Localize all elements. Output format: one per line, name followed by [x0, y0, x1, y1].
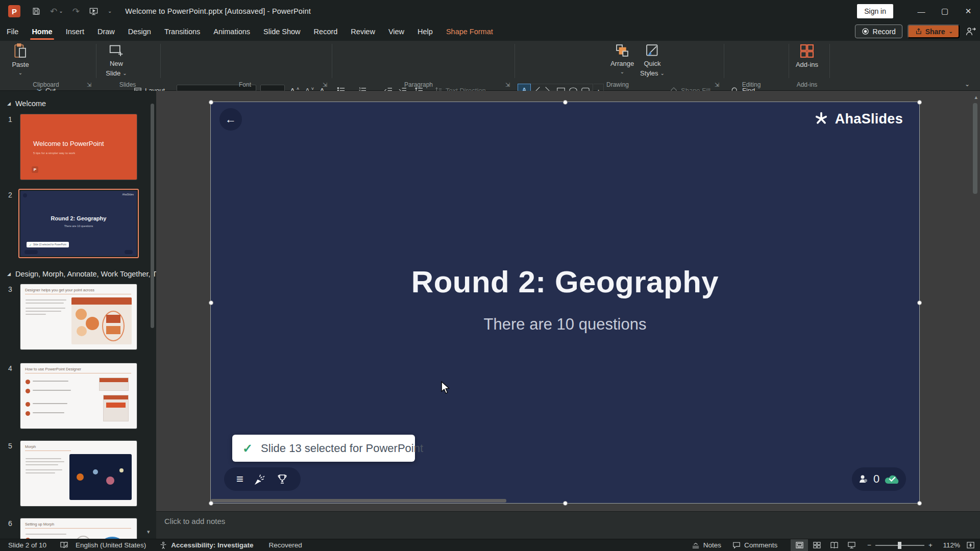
back-arrow-icon: ←	[225, 113, 236, 126]
resize-handle-s[interactable]	[563, 501, 568, 506]
section-header-design[interactable]: ◢ Design, Morph, Annotate, Work Together…	[7, 270, 156, 278]
paragraph-dialog-launcher[interactable]: ⇲	[505, 82, 510, 88]
reading-view-button[interactable]	[825, 539, 843, 551]
close-button[interactable]: ✕	[957, 0, 980, 22]
maximize-button[interactable]: ▢	[933, 0, 957, 22]
vertical-scrollbar[interactable]: ▴	[973, 91, 979, 511]
back-button[interactable]: ←	[219, 108, 242, 131]
slide-1-thumbnail[interactable]: Welcome to PowerPoint 5 tips for a simpl…	[20, 114, 137, 180]
slide-controls-pill: ≡	[224, 467, 301, 491]
section-collapse-icon: ◢	[7, 101, 11, 106]
fit-slide-button[interactable]	[966, 541, 975, 549]
slide-3-thumbnail[interactable]: Designer helps you get your point across	[20, 284, 137, 349]
resize-handle-e[interactable]	[917, 300, 922, 305]
normal-view-button[interactable]	[791, 539, 808, 551]
record-button[interactable]: Record	[855, 24, 902, 38]
new-slide-button[interactable]: New Slide⌄	[102, 43, 131, 78]
zoom-level[interactable]: 112%	[939, 541, 960, 549]
panel-scrollbar-thumb[interactable]	[151, 104, 154, 328]
scroll-up-icon[interactable]: ▴	[974, 94, 977, 101]
tab-view[interactable]: View	[382, 23, 411, 40]
clipboard-dialog-launcher[interactable]: ⇲	[87, 82, 91, 88]
spellcheck-button[interactable]	[60, 541, 68, 549]
trophy-icon[interactable]	[276, 473, 288, 485]
tab-design[interactable]: Design	[121, 23, 158, 40]
zoom-slider[interactable]	[875, 545, 924, 546]
slide-4-thumbnail[interactable]: How to use PowerPoint Designer	[20, 363, 137, 429]
new-slide-chevron-icon: ⌄	[122, 71, 127, 76]
zoom-slider-thumb[interactable]	[898, 542, 901, 549]
presenter-coach-icon[interactable]	[965, 27, 976, 37]
redo-icon[interactable]: ↷	[72, 7, 80, 16]
drawing-dialog-launcher[interactable]: ⇲	[715, 82, 719, 88]
minimize-button[interactable]: —	[910, 0, 933, 22]
vertical-scrollbar-thumb[interactable]	[973, 103, 977, 194]
notes-pane[interactable]: Click to add notes	[156, 511, 980, 539]
tab-transitions[interactable]: Transitions	[158, 23, 207, 40]
resize-handle-n[interactable]	[563, 100, 568, 105]
slide-sorter-view-button[interactable]	[808, 539, 825, 551]
tab-help[interactable]: Help	[411, 23, 439, 40]
menu-icon[interactable]: ≡	[236, 474, 243, 484]
tab-draw[interactable]: Draw	[91, 23, 121, 40]
sign-in-button[interactable]: Sign in	[857, 4, 893, 18]
share-button[interactable]: Share ⌄	[908, 24, 960, 38]
slide-2-thumbnail[interactable]: AhaSlides Round 2: Geography There are 1…	[20, 191, 137, 256]
quick-styles-button[interactable]: Quick Styles⌄	[638, 43, 667, 78]
addins-button[interactable]: Add-ins	[792, 43, 822, 69]
slide-canvas[interactable]: ← AhaSlides Round 2: Geography There are…	[211, 102, 919, 503]
powerpoint-logo-icon[interactable]: P	[8, 5, 20, 17]
slide-2-toast-check-icon: ✓	[29, 243, 32, 246]
undo-icon[interactable]: ↶	[50, 7, 57, 16]
slide-5-image	[69, 454, 132, 500]
notes-toggle[interactable]: Notes	[692, 541, 721, 549]
tab-record[interactable]: Record	[307, 23, 345, 40]
customize-qat-icon[interactable]: ⌄	[108, 9, 112, 14]
slide-subtitle[interactable]: There are 10 questions	[211, 315, 919, 334]
confetti-icon[interactable]	[254, 473, 266, 485]
horizontal-scrollbar[interactable]	[211, 499, 506, 503]
save-icon[interactable]	[32, 7, 41, 16]
arrange-button[interactable]: Arrange ⌄	[608, 43, 636, 74]
notes-placeholder[interactable]: Click to add notes	[164, 517, 980, 525]
tab-slide-show[interactable]: Slide Show	[257, 23, 307, 40]
comments-toggle[interactable]: Comments	[732, 541, 777, 549]
undo-chevron-icon[interactable]: ⌄	[59, 9, 63, 14]
tab-home[interactable]: Home	[25, 23, 59, 40]
slide-1-number: 1	[8, 115, 12, 123]
ahaslides-brand-text: AhaSlides	[835, 111, 903, 127]
language-button[interactable]: English (United States)	[76, 541, 146, 549]
tab-file[interactable]: File	[0, 23, 25, 40]
zoom-out-button[interactable]: −	[867, 541, 871, 549]
slide-3-title: Designer helps you get your point across	[25, 288, 131, 294]
font-dialog-launcher[interactable]: ⇲	[323, 82, 327, 88]
tab-shape-format[interactable]: Shape Format	[439, 23, 500, 40]
document-title: Welcome to PowerPoint.pptx [Autosaved] -…	[125, 7, 311, 15]
resize-handle-nw[interactable]	[209, 100, 213, 105]
resize-handle-sw[interactable]	[209, 501, 213, 506]
addins-icon	[799, 43, 815, 59]
tab-insert[interactable]: Insert	[59, 23, 91, 40]
participants-icon	[857, 473, 870, 485]
resize-handle-se[interactable]	[917, 501, 922, 506]
slide-indicator[interactable]: Slide 2 of 10	[8, 541, 46, 549]
slideshow-view-button[interactable]	[843, 539, 860, 551]
resize-handle-w[interactable]	[209, 300, 213, 305]
slide-6-thumbnail[interactable]: Setting up Morph	[20, 518, 137, 539]
collapse-ribbon-button[interactable]: ⌄	[965, 81, 970, 87]
accessibility-button[interactable]: Accessibility: Investigate	[159, 541, 253, 549]
tab-review[interactable]: Review	[344, 23, 382, 40]
recovered-status[interactable]: Recovered	[268, 541, 302, 549]
start-slideshow-icon[interactable]	[89, 7, 99, 16]
panel-scroll-down-icon[interactable]: ▾	[147, 529, 150, 535]
font-group-label: Font	[219, 81, 271, 88]
zoom-in-button[interactable]: +	[928, 541, 933, 549]
slideshow-view-icon	[847, 541, 856, 549]
tab-animations[interactable]: Animations	[207, 23, 257, 40]
resize-handle-ne[interactable]	[917, 100, 922, 105]
slide-title[interactable]: Round 2: Geography	[211, 264, 919, 299]
comments-icon	[732, 541, 741, 549]
paste-button[interactable]: Paste ⌄	[8, 43, 33, 76]
section-header-welcome[interactable]: ◢ Welcome	[7, 99, 46, 108]
slide-5-thumbnail[interactable]: Morph	[20, 441, 137, 506]
